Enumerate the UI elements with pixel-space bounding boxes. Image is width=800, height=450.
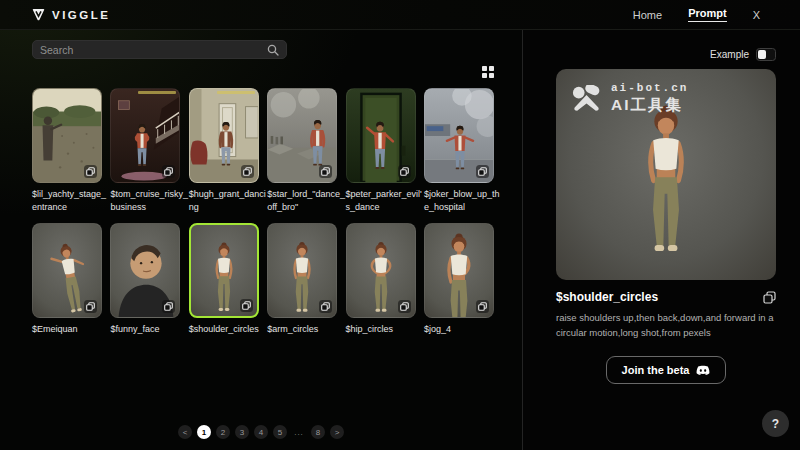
copy-icon[interactable]	[162, 165, 175, 178]
detail-title: $shoulder_circles	[556, 290, 658, 304]
next-page-button[interactable]: >	[330, 425, 344, 439]
copy-icon[interactable]	[319, 300, 332, 313]
thumbnail-label: $arm_circles	[267, 323, 345, 336]
grid-view-icon[interactable]	[482, 66, 494, 79]
gallery-item: $tom_cruise_risky_business	[110, 88, 180, 213]
search-input[interactable]	[40, 44, 267, 56]
brand-logo[interactable]: VIGGLE	[32, 8, 110, 21]
thumbnail-joker-blow-up-the-hospital[interactable]	[424, 88, 494, 183]
header: VIGGLE HomePromptX	[0, 0, 800, 30]
gallery-item: $arm_circles	[267, 223, 337, 336]
cta-label: Join the beta	[622, 364, 690, 376]
nav-item-home[interactable]: Home	[633, 9, 662, 21]
gallery-item: $Emeiquan	[32, 223, 102, 336]
thumbnail-label: $joker_blow_up_the_hospital	[424, 188, 502, 213]
thumbnail-label: $star_lord_"dance_off_bro"	[267, 188, 345, 213]
join-beta-button[interactable]: Join the beta	[606, 356, 727, 384]
copy-icon[interactable]	[84, 165, 97, 178]
watermark: ai-bot.cn AI工具集	[570, 82, 688, 116]
search-box[interactable]	[32, 40, 287, 59]
copy-icon[interactable]	[398, 165, 411, 178]
copy-prompt-icon[interactable]	[763, 291, 776, 304]
detail-description: raise shoulders up,then back,down,and fo…	[556, 310, 776, 340]
thumbnail-Emeiquan[interactable]	[32, 223, 102, 318]
thumbnail-funny-face[interactable]	[110, 223, 180, 318]
copy-icon[interactable]	[319, 165, 332, 178]
ai-bot-logo-icon	[570, 85, 603, 113]
thumbnail-star-lord-dance-off-bro[interactable]	[267, 88, 337, 183]
copy-icon[interactable]	[476, 165, 489, 178]
nav-item-x[interactable]: X	[753, 9, 760, 21]
copy-icon[interactable]	[162, 300, 175, 313]
page-button-4[interactable]: 4	[254, 425, 268, 439]
thumbnail-label: $funny_face	[110, 323, 188, 336]
thumbnail-label: $jog_4	[424, 323, 502, 336]
brand-name: VIGGLE	[52, 9, 110, 21]
gallery-item: $joker_blow_up_the_hospital	[424, 88, 494, 213]
gallery-item: $star_lord_"dance_off_bro"	[267, 88, 337, 213]
tiny-caption-strip	[217, 91, 255, 94]
thumbnail-hugh-grant-dancing[interactable]	[189, 88, 259, 183]
detail-panel: Example ai-bot.cn AI工具集 $shoulder_circle…	[522, 30, 800, 450]
viggle-logo-icon	[32, 8, 45, 21]
example-label: Example	[710, 49, 749, 60]
thumbnail-label: $tom_cruise_risky_business	[110, 188, 188, 213]
page-button-1[interactable]: 1	[197, 425, 211, 439]
copy-icon[interactable]	[240, 299, 253, 312]
search-icon	[267, 44, 279, 56]
gallery-item: $funny_face	[110, 223, 180, 336]
gallery-item: $hugh_grant_dancing	[189, 88, 259, 213]
thumbnail-label: $hip_circles	[346, 323, 424, 336]
watermark-line1: ai-bot.cn	[611, 82, 688, 94]
pagination-ellipsis: ...	[292, 425, 306, 439]
thumbnail-jog-4[interactable]	[424, 223, 494, 318]
thumbnail-label: $Emeiquan	[32, 323, 110, 336]
tiny-caption-strip	[138, 91, 176, 94]
nav-item-prompt[interactable]: Prompt	[688, 7, 727, 22]
pagination: <12345...8>	[0, 425, 522, 439]
gallery-item: $jog_4	[424, 223, 494, 336]
thumbnail-tom-cruise-risky-business[interactable]	[110, 88, 180, 183]
thumbnail-label: $shoulder_circles	[189, 323, 267, 336]
thumbnail-grid: $lil_yachty_stage_entrance$tom_cruise_ri…	[32, 88, 494, 336]
thumbnail-label: $lil_yachty_stage_entrance	[32, 188, 110, 213]
page-button-3[interactable]: 3	[235, 425, 249, 439]
discord-icon	[696, 365, 710, 376]
gallery-item: $peter_parker_evil's_dance	[346, 88, 416, 213]
thumbnail-label: $hugh_grant_dancing	[189, 188, 267, 213]
toggle-knob	[758, 50, 766, 59]
thumbnail-lil-yachty-stage-entrance[interactable]	[32, 88, 102, 183]
viggle-app: VIGGLE HomePromptX $lil_yachty_stage_ent…	[0, 0, 800, 450]
thumbnail-hip-circles[interactable]	[346, 223, 416, 318]
page-button-2[interactable]: 2	[216, 425, 230, 439]
example-toggle[interactable]	[756, 48, 776, 61]
gallery-item: $hip_circles	[346, 223, 416, 336]
prev-page-button[interactable]: <	[178, 425, 192, 439]
gallery-panel: $lil_yachty_stage_entrance$tom_cruise_ri…	[0, 30, 522, 450]
copy-icon[interactable]	[398, 300, 411, 313]
copy-icon[interactable]	[241, 165, 254, 178]
help-button[interactable]: ?	[762, 410, 789, 437]
gallery-item: $shoulder_circles	[189, 223, 259, 336]
watermark-line2: AI工具集	[611, 95, 688, 116]
copy-icon[interactable]	[476, 300, 489, 313]
gallery-item: $lil_yachty_stage_entrance	[32, 88, 102, 213]
thumbnail-label: $peter_parker_evil's_dance	[346, 188, 424, 213]
page-button-5[interactable]: 5	[273, 425, 287, 439]
copy-icon[interactable]	[84, 300, 97, 313]
page-button-8[interactable]: 8	[311, 425, 325, 439]
thumbnail-peter-parker-evil-s-dance[interactable]	[346, 88, 416, 183]
thumbnail-shoulder-circles[interactable]	[189, 223, 259, 318]
header-nav: HomePromptX	[633, 7, 760, 22]
thumbnail-arm-circles[interactable]	[267, 223, 337, 318]
preview-video[interactable]: ai-bot.cn AI工具集	[556, 69, 776, 280]
